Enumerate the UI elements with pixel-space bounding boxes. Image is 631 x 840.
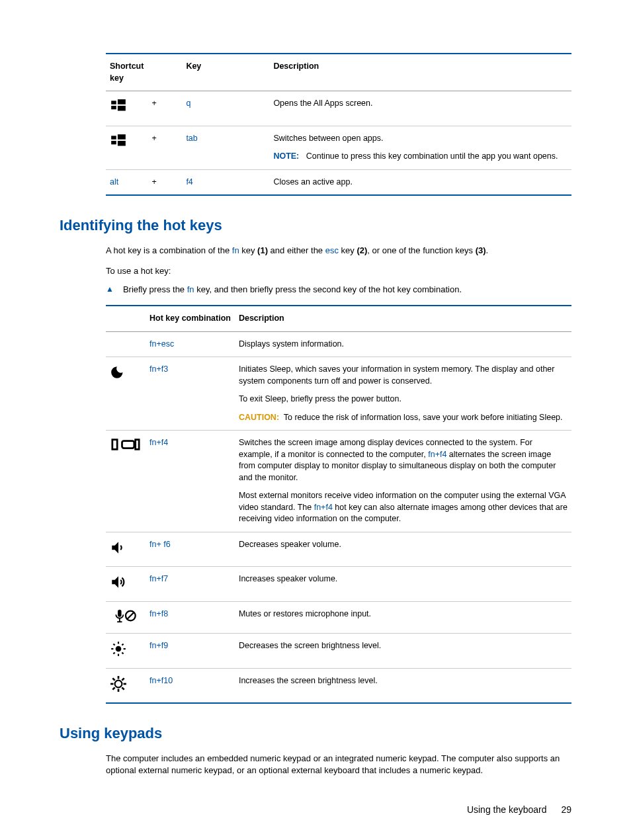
sleep-icon [106,357,146,431]
svg-rect-2 [111,106,116,109]
brightness-down-icon [106,634,146,669]
th-key: Key [182,54,269,91]
note-text: NOTE: Continue to press this key combina… [273,151,568,163]
hotkeys-use-intro: To use a hot key: [106,265,571,277]
svg-rect-8 [112,440,117,450]
desc-text: Switches between open apps. [273,133,568,145]
key-label: q [186,99,190,108]
table-row: fn+esc Displays system information. [106,331,571,357]
desc-cell: Opens the All Apps screen. [269,91,571,126]
th-description: Description [269,54,571,91]
footer-page-number: 29 [561,804,571,815]
combo-label: fn+f10 [146,668,235,703]
desc-cell: Closes an active app. [269,169,571,195]
hotkeys-bullet: ▲ Briefly press the fn key, and then bri… [106,284,571,296]
keypads-paragraph: The computer includes an embedded numeri… [106,753,571,777]
svg-line-22 [122,653,123,654]
volume-up-icon [106,567,146,602]
desc-cell: Displays system information. [235,331,571,357]
alt-key-label: alt [110,177,118,187]
combo-label: fn+f4 [146,431,235,532]
svg-rect-11 [118,610,122,617]
combo-label: fn+f8 [146,601,235,634]
svg-line-24 [122,644,123,646]
svg-rect-9 [122,441,134,448]
svg-rect-1 [118,99,126,105]
th-description: Description [235,306,571,331]
shortcut-key-table: Shortcut key Key Description + q Opens t… [106,53,571,196]
windows-key-icon [106,126,147,169]
mic-mute-icon [106,601,146,634]
svg-point-25 [115,680,122,687]
th-combo: Hot key combination [146,306,235,331]
desc-cell: Switches between open apps. NOTE: Contin… [269,126,571,169]
svg-rect-4 [111,136,116,139]
svg-rect-3 [118,106,126,111]
svg-point-16 [116,646,122,652]
combo-label: fn+ f6 [146,532,235,567]
combo-label: fn+f9 [146,634,235,669]
page-footer: Using the keyboard 29 [60,804,571,817]
svg-line-15 [127,612,134,619]
display-switch-icon [106,431,146,532]
triangle-bullet-icon: ▲ [106,284,114,296]
svg-line-33 [122,678,124,680]
key-label: tab [186,134,197,143]
th-blank [147,54,182,91]
heading-identifying-hot-keys: Identifying the hot keys [60,216,571,236]
desc-cell: Increases speaker volume. [235,567,571,602]
table-row: + q Opens the All Apps screen. [106,91,571,126]
svg-rect-0 [111,101,116,104]
desc-cell: Decreases the screen brightness level. [235,634,571,669]
desc-cell: Mutes or restores microphone input. [235,601,571,634]
desc-cell: Increases the screen brightness level. [235,668,571,703]
svg-rect-5 [118,134,126,140]
volume-down-icon [106,532,146,567]
table-row: fn+f3 Initiates Sleep, which saves your … [106,357,571,431]
svg-line-30 [112,678,114,680]
table-row: alt + f4 Closes an active app. [106,169,571,195]
table-row: fn+ f6 Decreases speaker volume. [106,532,571,567]
svg-rect-7 [118,140,126,146]
bullet-text: Briefly press the fn key, and then brief… [123,284,462,296]
svg-line-21 [113,644,114,646]
footer-section: Using the keyboard [467,804,547,815]
table-row: fn+f7 Increases speaker volume. [106,567,571,602]
svg-line-23 [113,653,114,654]
th-icon [106,306,146,331]
plus-label: + [147,91,182,126]
brightness-up-icon [106,668,146,703]
table-row: fn+f8 Mutes or restores microphone input… [106,601,571,634]
table-row: fn+f9 Decreases the screen brightness le… [106,634,571,669]
desc-cell: Initiates Sleep, which saves your inform… [235,357,571,431]
svg-rect-6 [111,140,116,144]
hotkey-combination-table: Hot key combination Description fn+esc D… [106,305,571,704]
windows-key-icon [106,91,147,126]
table-row: + tab Switches between open apps. NOTE: … [106,126,571,169]
plus-label: + [147,126,182,169]
plus-label: + [147,169,182,195]
svg-line-31 [122,687,124,689]
th-shortcut-key: Shortcut key [106,54,147,91]
table-row: fn+f10 Increases the screen brightness l… [106,668,571,703]
heading-using-keypads: Using keypads [60,724,571,744]
desc-cell: Decreases speaker volume. [235,532,571,567]
key-label: f4 [186,177,192,187]
desc-cell: Switches the screen image among display … [235,431,571,532]
svg-line-32 [112,687,114,689]
combo-label: fn+f7 [146,567,235,602]
hotkeys-intro: A hot key is a combination of the fn key… [106,245,571,257]
combo-label: fn+esc [146,331,235,357]
combo-label: fn+f3 [146,357,235,431]
svg-rect-10 [136,440,140,450]
table-row: fn+f4 Switches the screen image among di… [106,431,571,532]
